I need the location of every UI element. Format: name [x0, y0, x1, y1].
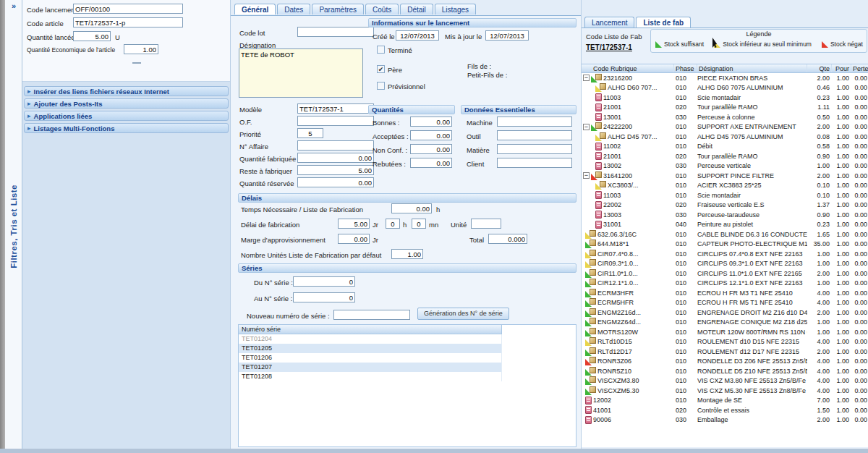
fab-table-row[interactable]: VISCXZM5.30 010 VIS CXZ M5.30 NFE 25513 … — [582, 386, 868, 396]
collapsible-section-bar[interactable]: ▸ Listages Multi-Fonctions — [24, 123, 229, 133]
right-tab[interactable]: Lancement — [584, 17, 634, 27]
fab-table-row[interactable]: CIR07.4*0.8... 010 CIRCLIPS 07.4*0.8 EXT… — [582, 249, 868, 259]
previsionnel-checkbox[interactable] — [377, 82, 385, 90]
fab-table-row[interactable]: CIR09.3*1.0... 010 CIRCLIPS 09.3*1.0 EXT… — [582, 259, 868, 269]
right-tab[interactable]: Liste de fab — [636, 17, 691, 27]
delai-heures-input[interactable] — [386, 219, 400, 229]
rebutees-input[interactable] — [410, 158, 452, 168]
priorite-input[interactable] — [297, 128, 323, 138]
fab-table-row[interactable]: MOTRS120W 010 MOTEUR 120W 800T/RMN RS 11… — [582, 327, 868, 337]
center-tab[interactable]: Général — [234, 4, 276, 14]
center-tab[interactable]: Paramètres — [312, 4, 364, 14]
code-article-input[interactable] — [73, 17, 183, 27]
collapsible-section-bar[interactable]: ▸ Insérer des liens fichiers réseaux Int… — [24, 86, 229, 96]
code-lancement-input[interactable] — [73, 4, 183, 14]
collapsible-section-bar[interactable]: ▸ Ajouter des Posts-Its — [24, 98, 229, 109]
splitter-handle[interactable] — [132, 62, 141, 64]
matiere-input[interactable] — [497, 144, 572, 154]
fab-table-row[interactable]: ALHG D45 707... 010 ALHG D45 7075 ALUMIN… — [582, 132, 868, 142]
nb-unites-input[interactable] — [391, 249, 423, 259]
center-tab[interactable]: Coûts — [365, 4, 399, 14]
cree-le-input[interactable] — [396, 30, 439, 41]
serial-number-row[interactable]: TET01205 — [239, 344, 576, 353]
generation-serie-button[interactable]: Génération des N° de série — [417, 308, 509, 320]
reste-a-fabriquer-input[interactable] — [297, 165, 374, 175]
column-header-qte[interactable]: Qte — [807, 64, 832, 72]
mis-a-jour-input[interactable] — [485, 30, 529, 41]
collapse-expander-icon[interactable] — [583, 75, 590, 81]
fab-table-row[interactable]: 13001 030 Perceuse à colonne 0.50 1.00 0… — [582, 112, 868, 122]
marge-input[interactable] — [338, 234, 370, 244]
delai-minutes-input[interactable] — [412, 219, 426, 229]
machine-input[interactable] — [497, 117, 572, 127]
fab-table-row[interactable]: CIR12.1*1.0... 010 CIRCLIPS 12.1*1.0 EXT… — [582, 279, 868, 289]
modele-input[interactable] — [297, 103, 374, 114]
quantite-reservee-input[interactable] — [297, 177, 374, 187]
collapse-expander-icon[interactable] — [583, 172, 590, 179]
fab-table-row[interactable]: ALHG D60 707... 010 ALHG D60 7075 ALUMIN… — [582, 83, 868, 93]
delai-jours-input[interactable] — [338, 219, 370, 229]
fab-table-row[interactable]: 21001 020 Tour parallèle RAMO 1.11 1.00 … — [582, 103, 868, 113]
fab-table-row[interactable]: 13002 030 Perceuse verticale 1.00 1.00 0… — [582, 161, 868, 172]
fab-table-row[interactable]: VISCXZM3.80 010 VIS CXZ M3.80 NFE 25513 … — [582, 376, 868, 386]
fab-table-row[interactable]: CIR11.0*1.0... 010 CIRCLIPS 11.0*1.0 EXT… — [582, 268, 868, 279]
fab-table-row[interactable]: RLTd12D17 010 ROULEMENT d12 D17 NFE 2231… — [582, 347, 868, 357]
quantite-fabriquee-input[interactable] — [297, 153, 374, 163]
fab-table-row[interactable]: 31641200 010 SUPPORT PINCE FILTRE 2.00 1… — [582, 171, 868, 181]
outil-input[interactable] — [497, 130, 572, 140]
unite-input[interactable] — [471, 219, 501, 229]
code-liste-fab-link[interactable]: TET/172537-1 — [586, 43, 632, 51]
center-tab[interactable]: Dates — [277, 4, 310, 14]
fab-table-row[interactable]: 23216200 010 PIECE FIXATION BRAS 2.00 1.… — [582, 73, 868, 83]
column-header-designation[interactable]: Désignation — [697, 64, 807, 72]
code-lot-input[interactable] — [297, 27, 374, 37]
client-input[interactable] — [497, 158, 572, 168]
total-input[interactable] — [488, 234, 527, 244]
quantite-lancee-input[interactable] — [73, 31, 111, 41]
of-input[interactable] — [297, 116, 374, 126]
fab-table-row[interactable]: ENGM2Z64d... 010 ENGRENAGE CONIQUE M2 Z1… — [582, 318, 868, 328]
serial-number-row[interactable]: TET01208 — [239, 372, 576, 381]
column-header-code-rubrique[interactable]: Code Rubrique — [582, 64, 674, 72]
n-affaire-input[interactable] — [297, 140, 374, 151]
termine-checkbox[interactable] — [377, 46, 385, 54]
au-serie-input[interactable] — [293, 292, 355, 302]
column-header-pour[interactable]: Pour — [832, 64, 851, 72]
nouveau-serie-input[interactable] — [333, 310, 410, 320]
designation-textarea[interactable]: TETE de ROBOT — [239, 48, 363, 98]
fab-table-row[interactable]: 12002 010 Montage de SE 7.00 1.00 0.00 — [582, 396, 868, 406]
serial-list-header[interactable]: Numéro série — [239, 325, 502, 334]
non-conf-input[interactable] — [410, 144, 452, 154]
fab-table-row[interactable]: 22002 020 Fraiseuse verticale E.S 1.37 1… — [582, 200, 868, 211]
serial-number-row[interactable]: TET01204 — [239, 334, 576, 344]
fab-table-row[interactable]: RONR3Z06 010 RONDELLE D3 Z06 NFE 25513 Z… — [582, 357, 868, 367]
fab-table-row[interactable]: 41001 020 Contrôle et essais 1.50 1.00 0… — [582, 405, 868, 415]
center-tab[interactable]: Détail — [400, 4, 433, 14]
column-header-perte[interactable]: Perte — [851, 64, 868, 72]
fab-table-row[interactable]: 11003 010 Scie montadair 0.10 1.00 0.00 — [582, 190, 868, 200]
serial-number-row[interactable]: TET01206 — [239, 353, 576, 363]
column-header-phase[interactable]: Phase — [674, 64, 697, 72]
fab-table-row[interactable]: 632.06.3/16C 010 CABLE BLINDE D6.3 16 CO… — [582, 229, 868, 240]
du-serie-input[interactable] — [293, 276, 355, 287]
pere-checkbox[interactable] — [377, 65, 385, 73]
temps-necessaire-input[interactable] — [391, 203, 432, 213]
fab-table-row[interactable]: 11003 010 Scie montadair 0.23 1.00 0.00 — [582, 93, 868, 103]
collapsible-section-bar[interactable]: ▸ Applications liées — [24, 111, 229, 121]
fab-table-row[interactable]: 13003 030 Perceuse-taraudeuse 0.90 1.00 … — [582, 210, 868, 220]
fab-table-row[interactable]: 644.M18*1 010 CAPTEUR PHOTO-ELECTRIQUE M… — [582, 240, 868, 250]
fab-table-row[interactable]: 11002 010 Débit 0.58 1.00 0.00 — [582, 142, 868, 152]
fab-table-row[interactable]: 24222200 010 SUPPORT AXE ENTRAINEMENT 2.… — [582, 122, 868, 132]
fab-table-row[interactable]: 21001 020 Tour parallèle RAMO 0.90 1.00 … — [582, 151, 868, 161]
bonnes-input[interactable] — [410, 117, 452, 127]
fab-table-row[interactable]: RLTd10D15 010 ROULEMENT d10 D15 NFE 2231… — [582, 337, 868, 347]
fab-table-row[interactable]: 31001 040 Peinture au pistolet 0.23 1.00… — [582, 220, 868, 230]
fab-table-row[interactable]: ECRM3HFR 010 ECROU H FR M3 T1 NFE 25410 … — [582, 288, 868, 298]
fab-table-row[interactable]: XC3803/... 010 ACIER XC3883 25*25 0.10 1… — [582, 181, 868, 191]
acceptees-input[interactable] — [410, 130, 452, 140]
serial-number-row[interactable]: TET01207 — [239, 363, 576, 372]
fab-table-row[interactable]: RONR5Z10 010 RONDELLE D5 Z10 NFE 25513 Z… — [582, 366, 868, 376]
center-tab[interactable]: Listages — [435, 4, 476, 14]
quantite-economique-input[interactable] — [124, 44, 158, 54]
collapse-expander-icon[interactable] — [583, 124, 590, 130]
